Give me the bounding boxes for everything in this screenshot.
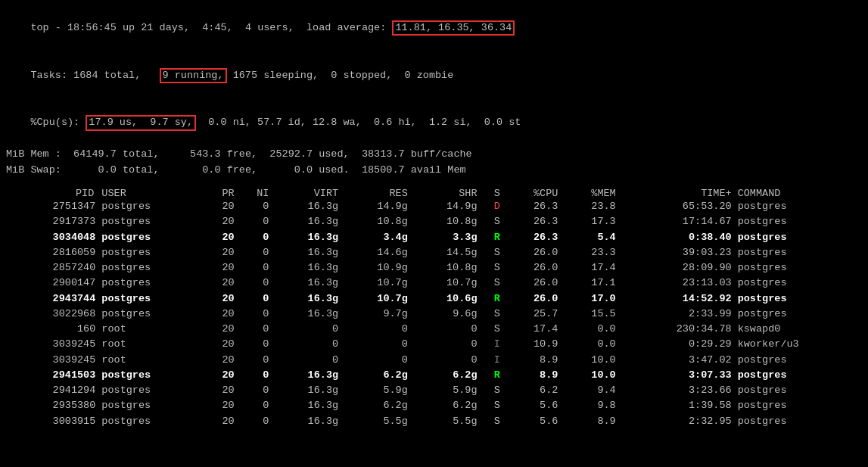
table-cell: 39:03.23 [619, 245, 735, 260]
table-cell: 5.9g [341, 383, 411, 398]
table-cell: postgres [735, 276, 862, 291]
table-cell: postgres [98, 214, 203, 229]
header-line1: top - 18:56:45 up 21 days, 4:45, 4 users… [6, 5, 862, 52]
table-cell: 26.0 [503, 260, 561, 276]
table-cell: 10.9g [341, 260, 411, 276]
table-row: 2900147postgres20016.3g10.7g10.7gS26.017… [6, 276, 862, 291]
table-cell: 17:14.67 [619, 214, 735, 229]
header-line2-pre: Tasks: 1684 total, [30, 70, 159, 81]
table-cell: 16.3g [272, 368, 341, 383]
top-header: top - 18:56:45 up 21 days, 4:45, 4 users… [6, 5, 862, 179]
header-line3-post: 0.0 ni, 57.7 id, 12.8 wa, 0.6 hi, 1.2 si… [196, 117, 521, 128]
table-cell: 0:29.29 [619, 337, 735, 352]
table-cell: 2751347 [6, 199, 98, 214]
table-cell: 16.3g [272, 199, 341, 214]
table-cell: 20 [203, 245, 238, 260]
table-cell: 0 [238, 368, 272, 383]
table-cell: 20 [203, 398, 238, 413]
table-cell: 16.3g [272, 383, 341, 398]
col-virt: VIRT [272, 188, 341, 199]
table-cell: 3034048 [6, 230, 98, 245]
table-cell: 26.3 [503, 199, 561, 214]
table-cell: postgres [735, 383, 862, 398]
header-line1-pre: top - 18:56:45 up 21 days, 4:45, 4 users… [30, 22, 392, 33]
table-cell: 0 [238, 322, 272, 337]
table-cell: 5.5g [341, 414, 411, 429]
table-cell: S [481, 276, 503, 291]
header-line3: %Cpu(s): 17.9 us, 9.7 sy, 0.0 ni, 57.7 i… [6, 100, 862, 148]
table-cell: 0 [238, 291, 272, 307]
table-cell: postgres [735, 260, 862, 276]
table-cell: 0 [238, 307, 272, 322]
table-cell: 26.0 [503, 245, 561, 260]
table-cell: 10.8g [411, 214, 481, 229]
table-cell: postgres [735, 398, 862, 413]
table-cell: 0 [272, 322, 341, 337]
table-cell: 0 [238, 398, 272, 413]
table-cell: 20 [203, 291, 238, 307]
table-cell: 0 [238, 199, 272, 214]
table-cell: postgres [735, 414, 862, 429]
table-cell: S [481, 383, 503, 398]
table-cell: 3:23.66 [619, 383, 735, 398]
table-cell: 16.3g [272, 214, 341, 229]
table-cell: 14:52.92 [619, 291, 735, 307]
table-row: 3039245root200000I8.910.03:47.02postgres [6, 353, 862, 368]
table-cell: 16.3g [272, 398, 341, 413]
table-cell: postgres [98, 414, 203, 429]
table-cell: 160 [6, 322, 98, 337]
table-cell: 230:34.78 [619, 322, 735, 337]
table-cell: 8.9 [503, 368, 561, 383]
table-cell: 10.0 [561, 353, 618, 368]
table-cell: 0.0 [561, 322, 618, 337]
table-row: 2751347postgres20016.3g14.9g14.9gD26.323… [6, 199, 862, 214]
table-cell: 16.3g [272, 307, 341, 322]
table-cell: postgres [98, 199, 203, 214]
table-cell: 0 [238, 383, 272, 398]
table-cell: postgres [98, 291, 203, 307]
table-cell: 10.7g [341, 291, 411, 307]
table-cell: 2943744 [6, 291, 98, 307]
table-cell: 9.7g [341, 307, 411, 322]
table-cell: 0:38.40 [619, 230, 735, 245]
table-cell: 26.0 [503, 276, 561, 291]
header-line5: MiB Swap: 0.0 total, 0.0 free, 0.0 used.… [6, 163, 862, 179]
table-cell: 14.5g [411, 245, 481, 260]
table-row: 3022968postgres20016.3g9.7g9.6gS25.715.5… [6, 307, 862, 322]
table-cell: 14.9g [341, 199, 411, 214]
table-cell: 20 [203, 383, 238, 398]
table-cell: 3022968 [6, 307, 98, 322]
table-cell: 20 [203, 353, 238, 368]
table-row: 3003915postgres20016.3g5.5g5.5gS5.68.92:… [6, 414, 862, 429]
table-cell: 17.4 [561, 260, 618, 276]
table-cell: 2941294 [6, 383, 98, 398]
table-cell: 20 [203, 307, 238, 322]
table-cell: 16.3g [272, 245, 341, 260]
table-cell: 1:39.58 [619, 398, 735, 413]
table-cell: 2935380 [6, 398, 98, 413]
table-cell: 3.3g [411, 230, 481, 245]
table-cell: kswapd0 [735, 322, 862, 337]
table-cell: 2900147 [6, 276, 98, 291]
table-cell: 2857240 [6, 260, 98, 276]
process-rows: 2751347postgres20016.3g14.9g14.9gD26.323… [6, 199, 862, 429]
table-cell: 5.6 [503, 414, 561, 429]
table-cell: 28:09.90 [619, 260, 735, 276]
table-cell: 5.4 [561, 230, 618, 245]
table-cell: 20 [203, 368, 238, 383]
table-cell: 10.9 [503, 337, 561, 352]
table-cell: 23.3 [561, 245, 618, 260]
table-cell: 0 [272, 337, 341, 352]
table-cell: S [481, 260, 503, 276]
table-cell: 17.4 [503, 322, 561, 337]
table-cell: 0 [411, 322, 481, 337]
table-cell: 3:47.02 [619, 353, 735, 368]
table-row: 2935380postgres20016.3g6.2g6.2gS5.69.81:… [6, 398, 862, 413]
table-cell: S [481, 398, 503, 413]
table-cell: 0 [238, 414, 272, 429]
table-cell: 10.8g [341, 214, 411, 229]
table-cell: 0 [272, 353, 341, 368]
table-cell: S [481, 307, 503, 322]
table-cell: 26.3 [503, 214, 561, 229]
table-row: 2917373postgres20016.3g10.8g10.8gS26.317… [6, 214, 862, 229]
